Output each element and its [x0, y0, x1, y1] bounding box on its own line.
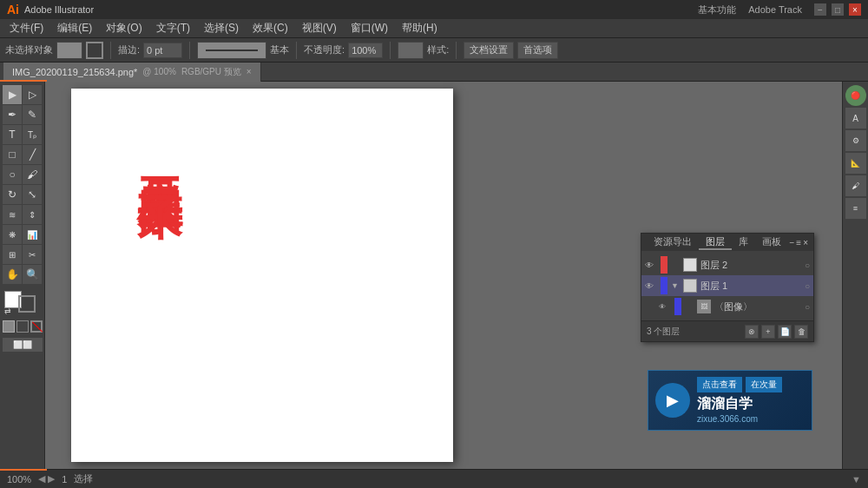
document-info: ▼ [852, 474, 861, 485]
style-preview[interactable] [398, 42, 424, 59]
column-graph-tool[interactable]: 📊 [23, 225, 42, 244]
layer-img-visibility[interactable]: 👁 [659, 303, 671, 311]
type-path-tool[interactable]: Tₚ [23, 125, 42, 144]
panel-tab-layers[interactable]: 图层 [699, 235, 732, 250]
symbol-tool[interactable]: ❋ [3, 225, 22, 244]
layers-count: 3 个图层 [647, 326, 680, 338]
panel-tab-export[interactable]: 资源导出 [647, 235, 699, 250]
title-text: Adobe Illustrator [24, 4, 94, 15]
right-btn-2[interactable]: A [845, 108, 866, 129]
user-name: Adobe Track [748, 4, 802, 15]
layer-row-1[interactable]: 👁 ▼ 图层 1 ○ [641, 275, 813, 296]
none-mode-btn[interactable] [30, 320, 43, 333]
panel-collapse-btn[interactable]: − [789, 238, 794, 247]
layer-img-name: 〈图像〉 [714, 300, 801, 313]
fill-color-swatch[interactable] [56, 42, 82, 59]
artboard-tool[interactable]: ⊞ [3, 245, 22, 264]
minimize-button[interactable]: − [814, 3, 826, 16]
menu-text[interactable]: 文字(T) [150, 19, 196, 37]
restore-button[interactable]: □ [832, 3, 844, 16]
slice-tool[interactable]: ✂ [23, 245, 42, 264]
menu-object[interactable]: 对象(O) [100, 19, 148, 37]
promo-info: 点击查看 在次量 溜溜自学 zixue.3066.com [697, 377, 782, 423]
line-tool[interactable]: ╱ [23, 145, 42, 164]
tool-row-warp: ≋ ⇕ [2, 205, 43, 224]
make-layer-clipping-mask-btn[interactable]: ⊗ [745, 325, 759, 339]
promo-btn1[interactable]: 点击查看 [697, 377, 742, 392]
stroke-input[interactable] [143, 43, 182, 58]
add-sublayer-btn[interactable]: + [761, 325, 775, 339]
stroke-color-swatch[interactable] [86, 42, 103, 59]
gradient-mode-btn[interactable] [16, 320, 29, 333]
preferences-button[interactable]: 首选项 [517, 42, 558, 59]
panel-tab-library[interactable]: 库 [732, 235, 755, 250]
canvas-area[interactable]: 工具栏又回来了 资源导出 图层 库 画板 − ≡ × 👁 [45, 82, 842, 469]
screen-mode-btn[interactable]: ⬜⬜ [3, 338, 43, 352]
stroke-style-selector[interactable] [197, 42, 266, 59]
ellipse-tool[interactable]: ○ [3, 165, 22, 184]
menu-select[interactable]: 选择(S) [198, 19, 245, 37]
delete-layer-btn[interactable]: 🗑 [794, 325, 808, 339]
hand-tool[interactable]: ✋ [3, 265, 22, 284]
rotate-tool[interactable]: ↻ [3, 185, 22, 204]
layers-footer: 3 个图层 ⊗ + 📄 🗑 [641, 320, 813, 341]
tool-row-colors: ⇄ [2, 291, 43, 315]
zoom-tool[interactable]: 🔍 [23, 265, 42, 284]
direct-select-tool[interactable]: ▷ [23, 85, 42, 104]
tool-row-color-modes [2, 320, 43, 333]
layer-2-lock[interactable]: ○ [805, 260, 810, 270]
type-tool[interactable]: T [3, 125, 22, 144]
tool-row-transform: ↻ ⤡ [2, 185, 43, 204]
separator-1 [110, 42, 111, 59]
add-layer-btn[interactable]: 📄 [778, 325, 792, 339]
layer-row-2[interactable]: 👁 图层 2 ○ [641, 254, 813, 275]
menu-window[interactable]: 窗口(W) [345, 19, 394, 37]
scale-tool[interactable]: ⤡ [23, 185, 42, 204]
swap-icon[interactable]: ⇄ [4, 307, 11, 315]
select-tool[interactable]: ▶ [3, 85, 22, 104]
panel-menu-btn[interactable]: ≡ [796, 238, 801, 247]
panel-close-btn[interactable]: × [803, 238, 808, 247]
right-btn-1[interactable]: 🔴 [845, 85, 866, 106]
layer-2-visibility[interactable]: 👁 [645, 260, 657, 270]
pencil-tool[interactable]: ✎ [23, 105, 42, 124]
menu-file[interactable]: 文件(F) [3, 19, 49, 37]
menu-view[interactable]: 视图(V) [296, 19, 343, 37]
normal-mode-btn[interactable] [3, 320, 15, 333]
document-canvas [71, 89, 453, 462]
right-btn-3[interactable]: ⚙ [845, 130, 866, 151]
width-tool[interactable]: ⇕ [23, 205, 42, 224]
menu-effect[interactable]: 效果(C) [247, 19, 294, 37]
title-bar-right: 基本功能 Adobe Track − □ × [698, 3, 861, 16]
promo-btn2[interactable]: 在次量 [746, 377, 782, 392]
layer-row-image[interactable]: 👁 🖼 〈图像〉 ○ [641, 296, 813, 317]
basic-feature-label: 基本功能 [698, 3, 736, 16]
layer-img-lock[interactable]: ○ [805, 302, 810, 312]
stroke-swatch[interactable] [18, 295, 36, 313]
layer-1-lock[interactable]: ○ [805, 281, 810, 291]
right-btn-4[interactable]: 📐 [845, 153, 866, 174]
layer-1-thumb [683, 279, 697, 293]
opacity-input[interactable] [348, 43, 383, 58]
menu-help[interactable]: 帮助(H) [396, 19, 444, 37]
close-button[interactable]: × [849, 3, 861, 16]
right-btn-6[interactable]: ≡ [845, 198, 866, 219]
document-setup-button[interactable]: 文档设置 [464, 42, 514, 59]
right-btn-5[interactable]: 🖌 [845, 175, 866, 196]
rectangle-tool[interactable]: □ [3, 145, 22, 164]
tab-close-button[interactable]: × [247, 67, 252, 76]
layer-1-expand[interactable]: ▼ [671, 281, 680, 290]
spacer [2, 285, 43, 290]
zoom-percent: 100% [7, 474, 31, 485]
promo-banner[interactable]: ▶ 点击查看 在次量 溜溜自学 zixue.3066.com [648, 370, 812, 431]
pen-tool[interactable]: ✒ [3, 105, 22, 124]
style-label: 基本 [270, 43, 289, 56]
tool-row-screen-mode: ⬜⬜ [2, 338, 43, 352]
layer-1-visibility[interactable]: 👁 [645, 281, 657, 291]
menu-edit[interactable]: 编辑(E) [51, 19, 98, 37]
tool-row-pen: ✒ ✎ [2, 105, 43, 124]
panel-tab-artboards[interactable]: 画板 [755, 235, 788, 250]
brush-tool[interactable]: 🖌 [23, 165, 42, 184]
document-tab[interactable]: IMG_20200119_215634.png* @ 100% RGB/GPU … [3, 63, 261, 82]
warp-tool[interactable]: ≋ [3, 205, 22, 224]
